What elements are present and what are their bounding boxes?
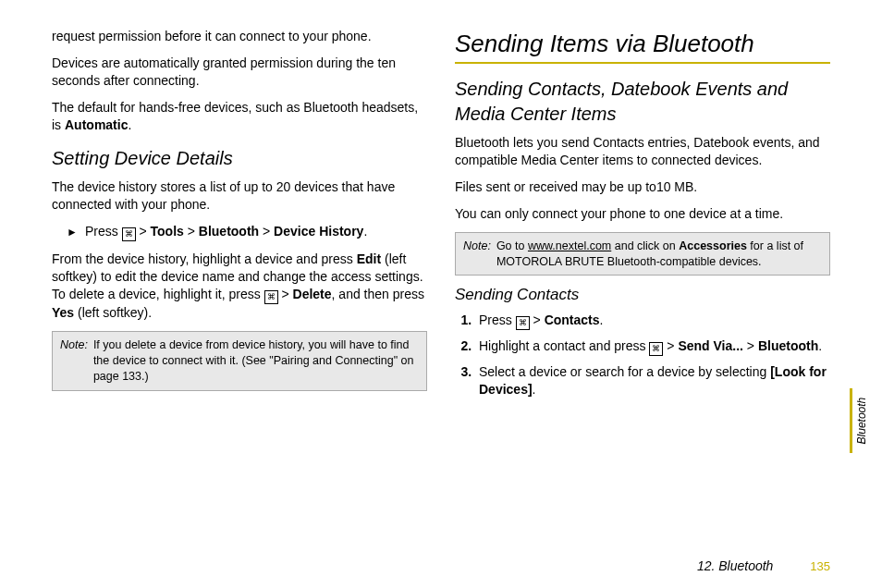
note-label: Note: — [60, 337, 88, 385]
body-text: Devices are automatically granted permis… — [52, 55, 427, 90]
chevron-icon: > — [667, 338, 674, 353]
footer-section: 12. Bluetooth — [697, 558, 774, 573]
text-run: Highlight a contact and press — [479, 338, 649, 353]
side-tab: Bluetooth — [850, 388, 871, 453]
note-body: If you delete a device from device histo… — [93, 337, 419, 385]
footer-page-number: 135 — [810, 559, 830, 573]
heading-sending-contacts-events: Sending Contacts, Datebook Events and Me… — [455, 77, 830, 127]
note-body: Go to www.nextel.com and click on Access… — [496, 239, 822, 270]
chevron-icon: > — [139, 224, 146, 239]
menu-path: Contacts — [545, 312, 600, 327]
menu-key-icon — [649, 342, 663, 356]
body-text: The device history stores a list of up t… — [52, 178, 427, 214]
body-text: Bluetooth lets you send Contacts entries… — [455, 134, 830, 169]
menu-path: Send Via... — [678, 338, 743, 353]
right-column: Sending Items via Bluetooth Sending Cont… — [455, 28, 830, 542]
softkey-label: Edit — [357, 251, 381, 266]
text-run: Select a device or search for a device b… — [479, 364, 770, 379]
text-run: Go to — [496, 239, 528, 252]
side-tab-label: Bluetooth — [854, 398, 869, 445]
menu-path: Bluetooth — [199, 224, 259, 239]
text-run: Press — [85, 224, 122, 239]
link-nextel[interactable]: www.nextel.com — [528, 239, 611, 252]
text-run: , and then press — [332, 287, 424, 301]
bold-term: Accessories — [679, 239, 747, 252]
body-text: The default for hands-free devices, such… — [52, 99, 427, 134]
page-content: request permission before it can connect… — [0, 0, 882, 588]
note-label: Note: — [463, 239, 491, 270]
step-item: Select a device or search for a device b… — [475, 363, 830, 398]
menu-key-icon — [122, 227, 136, 241]
body-text: From the device history, highlight a dev… — [52, 251, 427, 322]
instruction-line: ► Press > Tools > Bluetooth > Device His… — [67, 223, 427, 241]
step-item: Press > Contacts. — [475, 312, 830, 330]
menu-key-icon — [264, 290, 278, 304]
body-text: Files sent or received may be up to10 MB… — [455, 178, 830, 196]
menu-key-icon — [516, 316, 530, 330]
step-item: Highlight a contact and press > Send Via… — [475, 337, 830, 356]
chevron-icon: > — [747, 338, 754, 353]
text-run: Press — [479, 312, 516, 327]
chevron-icon: > — [263, 224, 270, 239]
chevron-icon: > — [533, 312, 541, 327]
text-run: (left softkey). — [74, 305, 152, 320]
chevron-icon: > — [188, 224, 195, 239]
heading-underline — [455, 62, 830, 64]
menu-path: Delete — [293, 287, 332, 301]
text-run: and click on — [611, 239, 679, 252]
menu-path: Device History — [274, 224, 363, 239]
heading-sending-contacts: Sending Contacts — [455, 285, 830, 306]
page-footer: 12. Bluetooth 135 — [697, 557, 830, 575]
heading-setting-device-details: Setting Device Details — [52, 146, 427, 171]
heading-sending-items: Sending Items via Bluetooth — [455, 28, 830, 60]
triangle-marker-icon: ► — [67, 225, 78, 241]
body-text: You can only connect your phone to one d… — [455, 205, 830, 223]
instruction-text: Press > Tools > Bluetooth > Device Histo… — [85, 223, 367, 241]
softkey-label: Yes — [52, 305, 74, 320]
steps-list: Press > Contacts. Highlight a contact an… — [455, 312, 830, 398]
chevron-icon: > — [281, 287, 288, 301]
bold-term: Automatic — [65, 117, 128, 132]
text-run: From the device history, highlight a dev… — [52, 251, 357, 266]
menu-path: Tools — [151, 224, 184, 239]
left-column: request permission before it can connect… — [52, 28, 427, 542]
text-run: . — [128, 117, 131, 132]
note-box: Note: Go to www.nextel.com and click on … — [455, 232, 830, 276]
note-box: Note: If you delete a device from device… — [52, 331, 427, 391]
body-text: request permission before it can connect… — [52, 28, 427, 45]
menu-path: Bluetooth — [758, 338, 818, 353]
